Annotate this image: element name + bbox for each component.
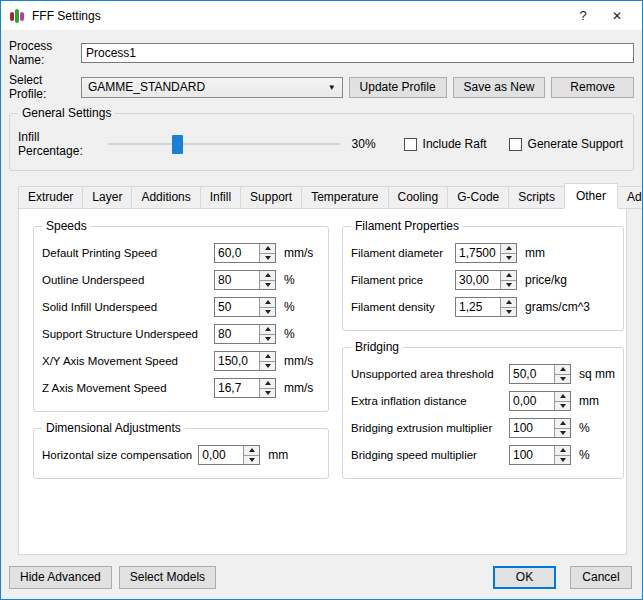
bridging-speed-multiplier-spinbox[interactable]: 100 — [509, 445, 571, 465]
spinbox-value[interactable]: 100 — [510, 419, 554, 437]
spin-up-icon[interactable] — [501, 244, 516, 254]
tab-other[interactable]: Other — [564, 183, 618, 209]
infill-slider-handle[interactable] — [172, 135, 183, 154]
spin-up-icon[interactable] — [555, 365, 570, 375]
tab-scripts[interactable]: Scripts — [508, 186, 565, 209]
filament-diameter-spinbox[interactable]: 1,7500 — [455, 243, 517, 263]
spin-down-icon[interactable] — [260, 362, 275, 371]
outline-underspeed-spinbox[interactable]: 80 — [214, 270, 276, 290]
setting-unit: % — [579, 448, 590, 462]
spinbox-buttons — [259, 379, 275, 397]
tab-extruder[interactable]: Extruder — [18, 186, 83, 209]
profile-dropdown[interactable]: GAMME_STANDARD ▼ — [81, 77, 343, 98]
setting-row: Horizontal size compensation 0,00 mm — [42, 445, 320, 465]
ok-button[interactable]: OK — [493, 566, 556, 589]
save-as-new-button[interactable]: Save as New — [453, 77, 546, 98]
bridging-extrusion-multiplier-spinbox[interactable]: 100 — [509, 418, 571, 438]
xy-axis-movement-speed-spinbox[interactable]: 150,0 — [214, 351, 276, 371]
setting-unit: % — [284, 300, 295, 314]
remove-button[interactable]: Remove — [551, 77, 634, 98]
spin-down-icon[interactable] — [244, 456, 259, 465]
spin-down-icon[interactable] — [260, 308, 275, 317]
update-profile-button[interactable]: Update Profile — [349, 77, 447, 98]
checkbox-box-icon[interactable] — [509, 138, 522, 151]
spinbox-value[interactable]: 150,0 — [215, 352, 259, 370]
spin-up-icon[interactable] — [260, 352, 275, 362]
spin-down-icon[interactable] — [260, 254, 275, 263]
spinbox-value[interactable]: 0,00 — [510, 392, 554, 410]
spinbox-value[interactable]: 1,7500 — [456, 244, 500, 262]
z-axis-movement-speed-spinbox[interactable]: 16,7 — [214, 378, 276, 398]
setting-row: Outline Underspeed 80 % — [42, 270, 320, 290]
default-printing-speed-spinbox[interactable]: 60,0 — [214, 243, 276, 263]
cancel-button[interactable]: Cancel — [570, 566, 632, 589]
spinbox-value[interactable]: 100 — [510, 446, 554, 464]
spin-down-icon[interactable] — [555, 402, 570, 411]
spinbox-value[interactable]: 50,0 — [510, 365, 554, 383]
tab-additions[interactable]: Additions — [131, 186, 200, 209]
spin-up-icon[interactable] — [555, 446, 570, 456]
tab-infill[interactable]: Infill — [200, 186, 241, 209]
tab-cooling[interactable]: Cooling — [388, 186, 449, 209]
checkbox-box-icon[interactable] — [404, 138, 417, 151]
setting-row: Filament price 30,00 price/kg — [351, 270, 615, 290]
hide-advanced-button[interactable]: Hide Advanced — [9, 566, 112, 589]
unsupported-area-threshold-spinbox[interactable]: 50,0 — [509, 364, 571, 384]
spin-up-icon[interactable] — [260, 271, 275, 281]
process-name-input[interactable]: Process1 — [81, 43, 634, 63]
setting-unit: sq mm — [579, 367, 615, 381]
setting-unit: grams/cm^3 — [525, 300, 590, 314]
spinbox-value[interactable]: 80 — [215, 325, 259, 343]
include-raft-checkbox[interactable]: Include Raft — [404, 137, 487, 151]
spin-up-icon[interactable] — [244, 446, 259, 456]
spin-up-icon[interactable] — [555, 392, 570, 402]
help-button[interactable]: ? — [566, 1, 600, 30]
dimensional-adjustments-title: Dimensional Adjustments — [42, 421, 185, 435]
support-structure-underspeed-spinbox[interactable]: 80 — [214, 324, 276, 344]
spin-up-icon[interactable] — [501, 271, 516, 281]
filament-density-spinbox[interactable]: 1,25 — [455, 297, 517, 317]
extra-inflation-distance-spinbox[interactable]: 0,00 — [509, 391, 571, 411]
tab-temperature[interactable]: Temperature — [301, 186, 388, 209]
process-name-label: Process Name: — [9, 39, 81, 67]
spin-up-icon[interactable] — [260, 325, 275, 335]
tab-advanced[interactable]: Advanced — [617, 186, 643, 209]
horizontal-size-compensation-spinbox[interactable]: 0,00 — [198, 445, 260, 465]
tab-layer[interactable]: Layer — [82, 186, 132, 209]
spin-down-icon[interactable] — [260, 335, 275, 344]
spinbox-value[interactable]: 50 — [215, 298, 259, 316]
spin-down-icon[interactable] — [555, 429, 570, 438]
spin-up-icon[interactable] — [260, 379, 275, 389]
select-profile-row: Select Profile: GAMME_STANDARD ▼ Update … — [9, 73, 634, 101]
other-tab-panel: Speeds Default Printing Speed 60,0 mm/s … — [18, 208, 627, 555]
spin-down-icon[interactable] — [555, 375, 570, 384]
spinbox-value[interactable]: 80 — [215, 271, 259, 289]
spinbox-value[interactable]: 60,0 — [215, 244, 259, 262]
tab-gcode[interactable]: G-Code — [447, 186, 509, 209]
spinbox-value[interactable]: 16,7 — [215, 379, 259, 397]
spin-down-icon[interactable] — [501, 308, 516, 317]
spin-down-icon[interactable] — [501, 281, 516, 290]
spinbox-value[interactable]: 30,00 — [456, 271, 500, 289]
close-icon[interactable]: ✕ — [600, 1, 634, 30]
filament-price-spinbox[interactable]: 30,00 — [455, 270, 517, 290]
setting-unit: mm/s — [284, 246, 313, 260]
spinbox-buttons — [554, 446, 570, 464]
spin-up-icon[interactable] — [260, 298, 275, 308]
infill-slider[interactable] — [106, 135, 342, 154]
spinbox-value[interactable]: 1,25 — [456, 298, 500, 316]
spinbox-buttons — [259, 244, 275, 262]
spinbox-buttons — [500, 244, 516, 262]
spin-up-icon[interactable] — [501, 298, 516, 308]
select-models-button[interactable]: Select Models — [119, 566, 216, 589]
spin-up-icon[interactable] — [260, 244, 275, 254]
spin-down-icon[interactable] — [260, 281, 275, 290]
spin-up-icon[interactable] — [555, 419, 570, 429]
spin-down-icon[interactable] — [555, 456, 570, 465]
spinbox-value[interactable]: 0,00 — [199, 446, 243, 464]
spin-down-icon[interactable] — [501, 254, 516, 263]
spin-down-icon[interactable] — [260, 389, 275, 398]
tab-support[interactable]: Support — [240, 186, 302, 209]
solid-infill-underspeed-spinbox[interactable]: 50 — [214, 297, 276, 317]
generate-support-checkbox[interactable]: Generate Support — [509, 137, 623, 151]
